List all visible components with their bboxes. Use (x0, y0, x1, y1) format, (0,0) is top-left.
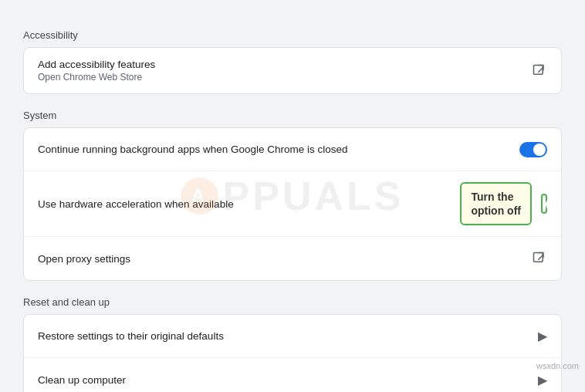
toggle-slider (519, 142, 547, 157)
cleanup-computer-text: Clean up computer (38, 374, 126, 386)
background-apps-action (519, 142, 547, 157)
tooltip-bubble: Turn the option off (460, 182, 532, 225)
proxy-settings-text: Open proxy settings (38, 253, 130, 265)
background-apps-text: Continue running background apps when Go… (38, 144, 348, 155)
external-link-icon (532, 63, 547, 79)
watermark: wsxdn.com (536, 361, 579, 370)
hardware-accel-label: Use hardware acceleration when available (38, 198, 234, 210)
accessibility-row[interactable]: Add accessibility features Open Chrome W… (24, 48, 561, 93)
accessibility-section: Accessibility Add accessibility features… (23, 29, 562, 94)
accessibility-sublabel: Open Chrome Web Store (38, 72, 155, 83)
proxy-settings-row[interactable]: Open proxy settings (24, 237, 561, 280)
proxy-settings-action (532, 251, 547, 266)
hardware-accel-row: Use hardware acceleration when available… (24, 171, 561, 237)
restore-settings-action: ▶ (538, 329, 547, 343)
cleanup-computer-action: ▶ (538, 373, 547, 387)
accessibility-card: Add accessibility features Open Chrome W… (23, 47, 562, 94)
tooltip-line1: Turn the (471, 191, 513, 203)
accessibility-section-title: Accessibility (23, 29, 562, 41)
hardware-accel-action: Turn the option off (460, 182, 547, 225)
hardware-accel-text: Use hardware acceleration when available (38, 198, 234, 210)
reset-section-title: Reset and clean up (23, 296, 562, 308)
system-section: System Continue running background apps … (23, 110, 562, 281)
accessibility-label: Add accessibility features (38, 59, 155, 70)
proxy-settings-label: Open proxy settings (38, 253, 130, 265)
accessibility-action (532, 63, 547, 79)
restore-settings-text: Restore settings to their original defau… (38, 330, 224, 342)
reset-section: Reset and clean up Restore settings to t… (23, 296, 562, 392)
accessibility-row-text: Add accessibility features Open Chrome W… (38, 59, 155, 83)
hardware-accel-toggle-wrapper (541, 194, 547, 214)
proxy-external-link-icon (532, 251, 547, 266)
restore-settings-label: Restore settings to their original defau… (38, 330, 224, 342)
cleanup-computer-row[interactable]: Clean up computer ▶ (24, 358, 561, 392)
cleanup-computer-label: Clean up computer (38, 374, 126, 386)
chevron-right-icon: ▶ (538, 329, 547, 343)
background-apps-label: Continue running background apps when Go… (38, 144, 348, 155)
system-section-title: System (23, 110, 562, 121)
system-card: Continue running background apps when Go… (23, 127, 562, 281)
restore-settings-row[interactable]: Restore settings to their original defau… (24, 315, 561, 358)
background-apps-toggle[interactable] (519, 142, 547, 157)
reset-card: Restore settings to their original defau… (23, 314, 562, 392)
chevron-right-icon-2: ▶ (538, 373, 547, 387)
background-apps-row: Continue running background apps when Go… (24, 128, 561, 171)
tooltip-line2: option off (471, 204, 521, 217)
